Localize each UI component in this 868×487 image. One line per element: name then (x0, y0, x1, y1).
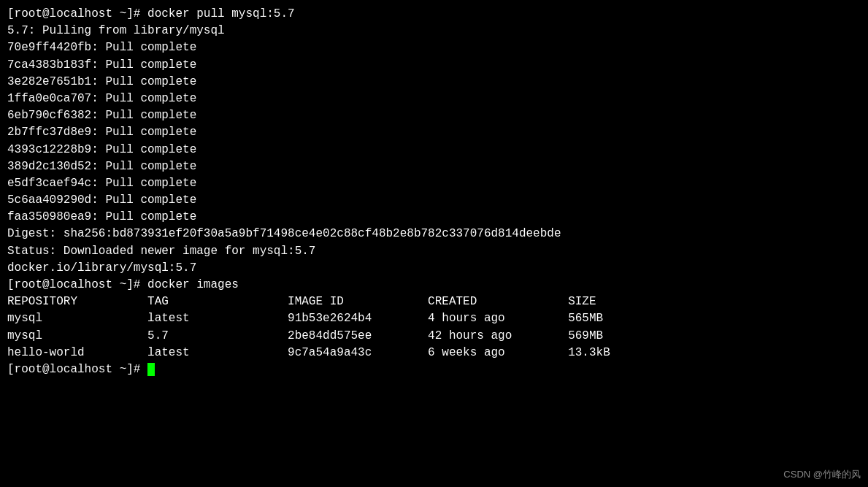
terminal[interactable]: [root@localhost ~]# docker pull mysql:5.… (0, 0, 868, 487)
layer6: 2b7ffc37d8e9: Pull complete (7, 124, 861, 141)
cmd-images: [root@localhost ~]# docker images (7, 277, 861, 294)
layer1: 70e9ff4420fb: Pull complete (7, 39, 861, 56)
terminal-cursor (147, 363, 155, 376)
layer3: 3e282e7651b1: Pull complete (7, 74, 861, 91)
row1: mysql latest 91b53e2624b4 4 hours ago 56… (7, 310, 861, 327)
layer9: e5df3caef94c: Pull complete (7, 175, 861, 192)
layer4: 1ffa0e0ca707: Pull complete (7, 91, 861, 107)
status: Status: Downloaded newer image for mysql… (7, 243, 861, 260)
layer8: 389d2c130d52: Pull complete (7, 158, 861, 175)
prompt: [root@localhost ~]# (7, 361, 861, 378)
terminal-output: [root@localhost ~]# docker pull mysql:5.… (7, 6, 861, 378)
row3: hello-world latest 9c7a54a9a43c 6 weeks … (7, 345, 861, 361)
layer10: 5c6aa409290d: Pull complete (7, 192, 861, 209)
header: REPOSITORY TAG IMAGE ID CREATED SIZE (7, 294, 861, 310)
docker-io: docker.io/library/mysql:5.7 (7, 260, 861, 277)
layer5: 6eb790cf6382: Pull complete (7, 107, 861, 124)
digest: Digest: sha256:bd873931ef20f30a5a9bf7149… (7, 226, 861, 242)
layer2: 7ca4383b183f: Pull complete (7, 57, 861, 74)
layer11: faa350980ea9: Pull complete (7, 209, 861, 226)
cmd-pull: [root@localhost ~]# docker pull mysql:5.… (7, 6, 861, 23)
layer7: 4393c12228b9: Pull complete (7, 142, 861, 158)
watermark: CSDN @竹峰的风 (783, 468, 861, 481)
row2: mysql 5.7 2be84dd575ee 42 hours ago 569M… (7, 328, 861, 345)
pull-from: 5.7: Pulling from library/mysql (7, 23, 861, 39)
